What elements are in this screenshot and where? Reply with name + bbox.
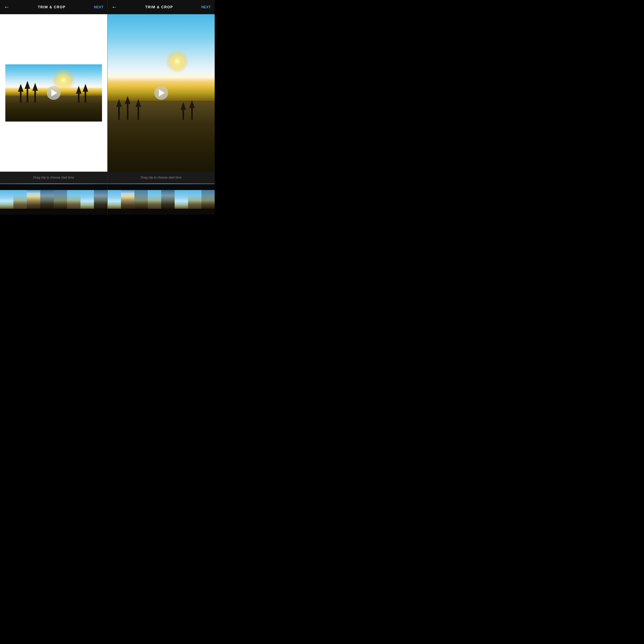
right-film-frame-6 (175, 190, 188, 209)
right-video-area[interactable] (108, 14, 215, 172)
right-play-icon (159, 89, 165, 96)
right-title: TRIM & CROP (145, 5, 173, 9)
film-frame-3 (27, 190, 40, 209)
right-film-frame-4 (148, 190, 161, 209)
right-film-frame-3 (134, 190, 148, 209)
left-title: TRIM & CROP (38, 5, 66, 9)
right-film-frame-2 (121, 190, 134, 209)
film-frame-7 (81, 190, 94, 209)
left-bottom-bar (0, 209, 107, 215)
right-film-frame-5 (161, 190, 175, 209)
right-black-bar (108, 184, 215, 190)
right-film-frame-1 (108, 190, 121, 209)
right-play-button[interactable] (154, 86, 168, 100)
film-frame-2 (13, 190, 27, 209)
right-film-frame-8 (201, 190, 215, 209)
right-drag-hint-text: Drag clip to choose start time (141, 176, 182, 179)
film-frame-6 (67, 190, 81, 209)
film-frame-1 (0, 190, 13, 209)
right-back-button[interactable]: ← (111, 4, 117, 10)
film-frame-5 (54, 190, 67, 209)
right-panel: ← TRIM & CROP NEXT Drag clip to choose s… (107, 0, 215, 215)
right-drag-hint-bar: Drag clip to choose start time (108, 172, 215, 183)
left-play-button[interactable] (47, 86, 61, 100)
right-next-button[interactable]: NEXT (201, 5, 211, 9)
right-header: ← TRIM & CROP NEXT (108, 0, 215, 14)
right-film-frame-7 (188, 190, 201, 209)
left-video-preview[interactable] (5, 64, 102, 122)
left-drag-hint-text: Drag clip to choose start time (33, 176, 74, 179)
left-video-area (0, 14, 107, 172)
left-panel: ← TRIM & CROP NEXT Drag clip to choose s… (0, 0, 107, 215)
right-bottom-controls: Drag clip to choose start time (108, 172, 215, 215)
left-next-button[interactable]: NEXT (94, 5, 103, 9)
film-frame-4 (40, 190, 54, 209)
left-black-bar (0, 184, 107, 190)
left-back-button[interactable]: ← (4, 4, 9, 10)
left-bottom-controls: Drag clip to choose start time (0, 172, 107, 215)
left-header: ← TRIM & CROP NEXT (0, 0, 107, 14)
right-filmstrip[interactable] (108, 190, 215, 209)
film-frame-8 (94, 190, 107, 209)
left-filmstrip[interactable] (0, 190, 107, 209)
right-bottom-bar (108, 209, 215, 215)
left-play-icon (51, 89, 57, 96)
left-drag-hint-bar: Drag clip to choose start time (0, 172, 107, 183)
